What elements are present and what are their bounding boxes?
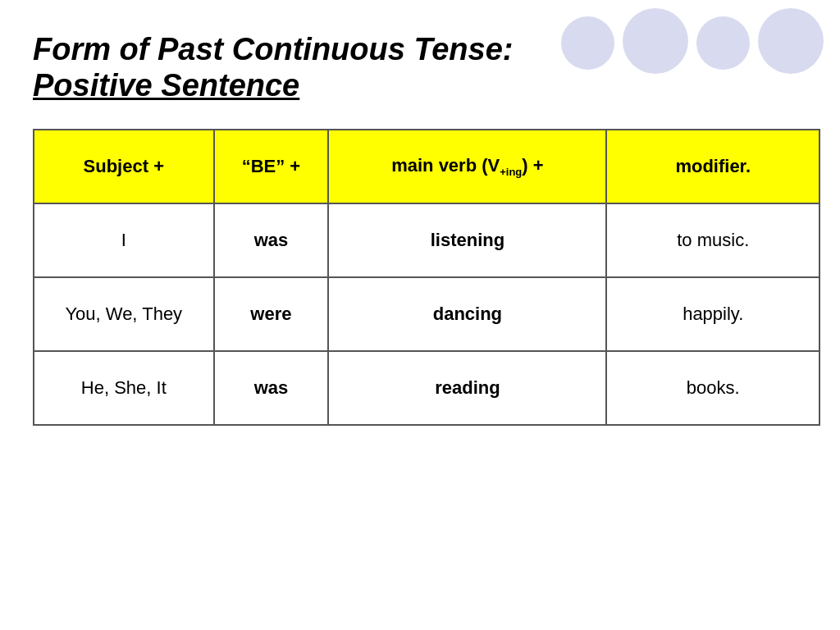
row3-modifier: books. <box>606 351 819 425</box>
row3-be: was <box>214 351 329 425</box>
row1-be: was <box>214 203 329 277</box>
row1-mainverb: listening <box>328 203 606 277</box>
row3-mainverb: reading <box>328 351 606 425</box>
circle-3 <box>696 16 750 70</box>
mainverb-sup: +ing <box>500 167 522 179</box>
row2-be: were <box>214 277 329 351</box>
grammar-table: Subject + “BE” + main verb (V+ing) + mod… <box>33 129 820 426</box>
table-body: I was listening to music. You, We, They … <box>34 203 819 425</box>
row2-modifier: happily. <box>606 277 819 351</box>
decorative-circles <box>561 8 824 74</box>
row1-subject: I <box>34 203 214 277</box>
row2-subject: You, We, They <box>34 277 214 351</box>
row2-mainverb: dancing <box>328 277 606 351</box>
header-subject: Subject + <box>34 130 214 203</box>
page-container: Form of Past Continuous Tense: Positive … <box>0 0 840 630</box>
row3-subject: He, She, It <box>34 351 214 425</box>
mainverb-prefix: main verb (V <box>391 155 500 176</box>
mainverb-suffix: ) + <box>522 155 543 176</box>
circle-1 <box>561 16 614 70</box>
table-row: I was listening to music. <box>34 203 819 277</box>
table-row: You, We, They were dancing happily. <box>34 277 819 351</box>
header-modifier: modifier. <box>606 130 819 203</box>
table-row: He, She, It was reading books. <box>34 351 819 425</box>
circle-2 <box>623 8 688 74</box>
circle-4 <box>758 8 824 74</box>
header-mainverb: main verb (V+ing) + <box>328 130 606 203</box>
table-header-row: Subject + “BE” + main verb (V+ing) + mod… <box>34 130 819 203</box>
header-be: “BE” + <box>214 130 329 203</box>
row1-modifier: to music. <box>606 203 819 277</box>
